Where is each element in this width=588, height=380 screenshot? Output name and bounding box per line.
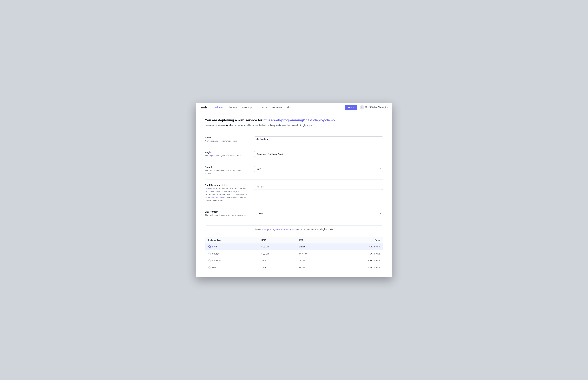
form-label-group-region: Region The region where your web service…	[205, 151, 248, 157]
radio-starter[interactable]	[208, 252, 211, 255]
payment-text-before: Please	[254, 228, 262, 230]
payment-text-after: to select an instance type with higher l…	[292, 228, 334, 230]
root-dir-link2[interactable]: specified directory	[210, 196, 226, 198]
nav-dashboard[interactable]: Dashboard	[213, 106, 224, 109]
instance-name-pro[interactable]: Pro	[205, 264, 258, 271]
subtitle-after: , so we've autofilled some fields accord…	[234, 124, 313, 127]
instance-cpu-starter: 0.5 CPU	[296, 250, 335, 257]
price-value-pro: $85	[368, 266, 372, 269]
nav-links: Dashboard Blueprints Env Groups	[213, 106, 252, 109]
col-header-instance-type: Instance Type	[205, 237, 258, 243]
main-content: You are deploying a web service for ntue…	[196, 112, 392, 277]
form-label-group-environment: Environment The runtime environment for …	[205, 210, 248, 217]
user-name: 莊加瑄 (Max Chuang)	[365, 106, 386, 109]
instance-price-starter: $7 / month	[335, 250, 383, 257]
radio-standard[interactable]	[208, 259, 211, 262]
instance-label-starter: Starter	[212, 252, 219, 255]
root-dir-desc-before: Defaults to repository root. When you sp…	[205, 187, 246, 190]
price-unit-starter: / month	[373, 252, 380, 255]
instance-row-pro[interactable]: Pro 4 GB 2 CPU $85 / month	[205, 264, 383, 271]
plus-icon: +	[353, 106, 354, 109]
nav-blueprints[interactable]: Blueprints	[228, 106, 237, 109]
form-label-group-name: Name A unique name for your web service.	[205, 136, 248, 143]
environment-select[interactable]: Docker	[254, 210, 383, 216]
nav-env-groups[interactable]: Env Groups	[241, 106, 252, 109]
region-link[interactable]: region	[209, 154, 215, 157]
price-value-free: $0	[369, 246, 372, 248]
name-description: A unique name for your web service.	[205, 139, 248, 143]
root-dir-link1[interactable]: root directory	[205, 190, 217, 192]
user-icon	[360, 105, 364, 110]
price-unit-pro: / month	[373, 266, 380, 269]
name-input[interactable]	[254, 136, 383, 142]
form-label-group-branch: Branch The repository branch used for yo…	[205, 166, 248, 175]
instance-ram-starter: 512 MB	[258, 250, 296, 257]
instance-cpu-pro: 2 CPU	[296, 264, 335, 271]
environment-label: Environment	[205, 210, 248, 213]
root-dir-label-text: Root Directory	[205, 184, 220, 186]
repo-link[interactable]: ntuee-web-programming/111-1-deploy-demo.	[264, 118, 336, 122]
new-button[interactable]: New +	[345, 105, 357, 110]
branch-select-wrapper: main ▼	[254, 166, 383, 172]
branch-label: Branch	[205, 166, 248, 169]
root-dir-input[interactable]	[254, 184, 383, 190]
region-select-wrapper: Singapore (Southeast Asia) ▼	[254, 151, 383, 157]
root-dir-optional: Optional	[222, 184, 228, 186]
instance-ram-free: 512 MB	[258, 243, 296, 250]
col-header-ram: RAM	[258, 237, 296, 243]
instance-cpu-standard: 1 CPU	[296, 257, 335, 264]
branch-description: The repository branch used for your web …	[205, 169, 248, 175]
instance-name-starter[interactable]: Starter	[205, 250, 258, 257]
region-desc-before: The	[205, 154, 209, 157]
table-header-row: Instance Type RAM CPU Price	[205, 237, 383, 243]
radio-free[interactable]	[208, 246, 211, 248]
name-label: Name	[205, 136, 248, 139]
instance-name-free[interactable]: Free	[205, 243, 258, 250]
nav-docs[interactable]: Docs	[262, 106, 267, 109]
region-select[interactable]: Singapore (Southeast Asia)	[254, 151, 383, 157]
svg-point-0	[361, 107, 362, 107]
nav-help[interactable]: Help	[285, 106, 290, 109]
root-dir-description: Defaults to repository root. When you sp…	[205, 187, 248, 202]
environment-select-wrapper: Docker ▼	[254, 210, 383, 216]
form-row-name: Name A unique name for your web service.	[205, 132, 383, 147]
nav-right: New + 莊加瑄 (Max Chuang) ▼	[345, 105, 388, 110]
branch-select[interactable]: main	[254, 166, 383, 172]
page-title: You are deploying a web service for ntue…	[205, 118, 383, 122]
instance-row-standard[interactable]: Standard 2 GB 1 CPU $25 / month	[205, 257, 383, 264]
instance-price-standard: $25 / month	[335, 257, 383, 264]
page-title-prefix: You are deploying a web service for	[205, 118, 263, 122]
instance-row-free[interactable]: Free 512 MB Shared $0 / month	[205, 243, 383, 250]
instance-label-standard: Standard	[212, 259, 221, 262]
form-row-region: Region The region where your web service…	[205, 147, 383, 162]
form-row-branch: Branch The repository branch used for yo…	[205, 162, 383, 180]
region-description: The region where your web service runs.	[205, 154, 248, 157]
instance-ram-pro: 4 GB	[258, 264, 296, 271]
price-unit-standard: / month	[373, 259, 380, 262]
payment-link[interactable]: enter your payment information	[262, 228, 292, 230]
col-header-cpu: CPU	[296, 237, 335, 243]
root-dir-label: Root Directory Optional	[205, 184, 248, 186]
radio-pro[interactable]	[208, 266, 211, 269]
environment-description: The runtime environment for your web ser…	[205, 214, 248, 217]
form-row-environment: Environment The runtime environment for …	[205, 206, 383, 221]
instance-label-pro: Pro	[212, 266, 216, 269]
chevron-down-icon: ▼	[387, 107, 388, 108]
price-value-starter: $7	[369, 252, 372, 255]
region-label: Region	[205, 151, 248, 153]
instance-name-standard[interactable]: Standard	[205, 257, 258, 264]
price-value-standard: $25	[368, 259, 372, 262]
region-desc-after: where your web service runs.	[215, 154, 241, 157]
user-menu[interactable]: 莊加瑄 (Max Chuang) ▼	[360, 105, 389, 110]
instance-price-pro: $85 / month	[335, 264, 383, 271]
form-label-group-root-dir: Root Directory Optional Defaults to repo…	[205, 184, 248, 202]
instance-label-free: Free	[212, 246, 217, 248]
col-header-price: Price	[335, 237, 383, 243]
instance-ram-standard: 2 GB	[258, 257, 296, 264]
instance-row-starter[interactable]: Starter 512 MB 0.5 CPU $7 / month	[205, 250, 383, 257]
nav-community[interactable]: Community	[271, 106, 282, 109]
subtitle-bold: Docker	[226, 124, 233, 127]
instance-price-free: $0 / month	[335, 243, 383, 250]
subtitle-before: You seem to be using	[205, 124, 226, 127]
form-row-root-dir: Root Directory Optional Defaults to repo…	[205, 180, 383, 207]
